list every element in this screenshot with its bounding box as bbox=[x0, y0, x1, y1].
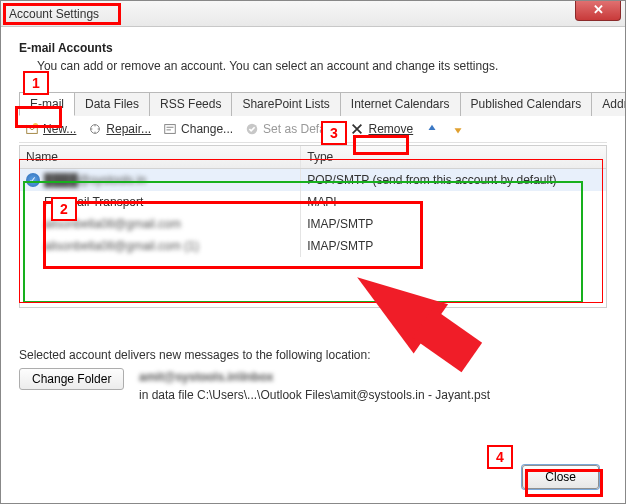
tab-rss-feeds[interactable]: RSS Feeds bbox=[149, 92, 232, 116]
repair-icon bbox=[88, 122, 102, 136]
move-down-button[interactable] bbox=[451, 122, 465, 136]
callout-4: 4 bbox=[487, 445, 513, 469]
annotation-box-close bbox=[525, 469, 603, 497]
tab-sharepoint-lists[interactable]: SharePoint Lists bbox=[231, 92, 340, 116]
arrow-down-icon bbox=[451, 122, 465, 136]
tab-data-files[interactable]: Data Files bbox=[74, 92, 150, 116]
move-up-button[interactable] bbox=[425, 122, 439, 136]
annotation-box-title bbox=[3, 3, 121, 25]
annotation-box-tab bbox=[15, 106, 62, 128]
callout-2: 2 bbox=[51, 197, 77, 221]
default-icon bbox=[245, 122, 259, 136]
callout-3: 3 bbox=[321, 121, 347, 145]
section-heading: E-mail Accounts bbox=[19, 41, 607, 55]
change-icon bbox=[163, 122, 177, 136]
repair-account-button[interactable]: Repair... bbox=[88, 122, 151, 136]
tab-strip: E-mail Data Files RSS Feeds SharePoint L… bbox=[19, 91, 607, 116]
tab-published-calendars[interactable]: Published Calendars bbox=[460, 92, 593, 116]
remove-icon bbox=[350, 122, 364, 136]
delivery-file-path: in data file C:\Users\...\Outlook Files\… bbox=[139, 388, 490, 402]
arrow-up-icon bbox=[425, 122, 439, 136]
window-close-button[interactable]: ✕ bbox=[575, 1, 621, 21]
annotation-thin-border bbox=[19, 159, 603, 303]
change-folder-button[interactable]: Change Folder bbox=[19, 368, 124, 390]
tab-internet-calendars[interactable]: Internet Calendars bbox=[340, 92, 461, 116]
change-account-button[interactable]: Change... bbox=[163, 122, 233, 136]
delivery-location-label: Selected account delivers new messages t… bbox=[19, 348, 607, 362]
annotation-box-remove bbox=[353, 135, 409, 155]
delivery-folder-path: amit@systools.in\Inbox bbox=[139, 370, 273, 384]
tab-address-books[interactable]: Address Books bbox=[591, 92, 626, 116]
remove-account-button[interactable]: Remove bbox=[350, 122, 413, 136]
accounts-toolbar: New... Repair... Change... Set as Defaul… bbox=[19, 116, 607, 143]
section-subtext: You can add or remove an account. You ca… bbox=[37, 59, 607, 73]
svg-rect-3 bbox=[165, 125, 176, 134]
callout-1: 1 bbox=[23, 71, 49, 95]
